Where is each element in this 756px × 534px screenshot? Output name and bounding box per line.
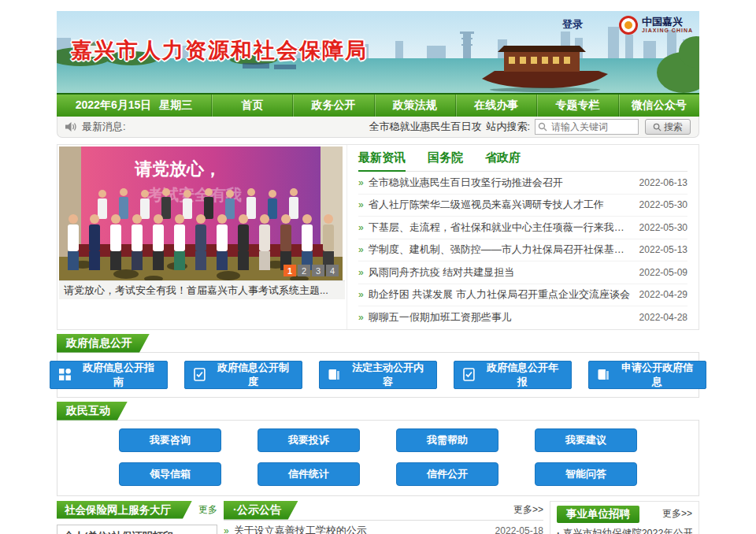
carousel-caption[interactable]: 请党放心，考试安全有我！首届嘉兴市人事考试系统主题...	[59, 280, 345, 299]
nav-item-wechat[interactable]: 微信公众号	[618, 95, 699, 117]
main-nav: 2022年6月15日星期三 首页 政务公开 政策法规 在线办事 专题专栏 微信公…	[57, 93, 699, 117]
news-link[interactable]: 聊聊五一假期加班工资那些事儿	[369, 310, 512, 324]
carousel-pager: 1 2 3 4	[284, 265, 339, 276]
ticker-label: 最新消息:	[82, 120, 126, 134]
site-banner: 嘉兴市人力资源和社会保障局 登录 中国嘉兴 JIAXING CHINA	[57, 11, 699, 93]
logo-text-cn: 中国嘉兴	[642, 17, 693, 28]
carousel-page-4[interactable]: 4	[326, 265, 339, 276]
announcements-more-link[interactable]: 更多>>	[513, 503, 543, 517]
gov-info-section-title: 政府信息公开	[57, 334, 150, 353]
double-arrow-icon: »	[358, 177, 364, 188]
search-button[interactable]: 搜索	[645, 119, 691, 135]
complaint-button[interactable]: 我要投诉	[258, 428, 360, 452]
site-title: 嘉兴市人力资源和社会保障局	[71, 36, 368, 65]
nav-item-online-services[interactable]: 在线办事	[455, 95, 536, 117]
news-date: 2022-05-09	[633, 267, 687, 278]
news-date: 2022-04-29	[633, 289, 687, 300]
suggestion-button[interactable]: 我要建议	[535, 428, 637, 452]
request-disclosure-button[interactable]: 申请公开政府信息	[588, 361, 706, 389]
nav-item-special-topics[interactable]: 专题专栏	[536, 95, 617, 117]
news-row: » 下基层、走流程，省社保和就业中心主任项薇一行来我市调研“国统”上线情况 20…	[358, 217, 687, 239]
group-photo-image: 请党放心， 考试安全有我	[59, 146, 343, 280]
news-link[interactable]: 助企纾困 共谋发展 市人力社保局召开重点企业交流座谈会	[369, 287, 630, 302]
double-arrow-icon: »	[358, 244, 364, 255]
news-row: » 助企纾困 共谋发展 市人力社保局召开重点企业交流座谈会 2022-04-29	[358, 284, 687, 307]
gov-info-system-button[interactable]: 政府信息公开制度	[184, 361, 302, 389]
news-link[interactable]: 风雨同舟齐抗疫 结对共建显担当	[369, 265, 515, 280]
gov-info-guide-button[interactable]: 政府信息公开指南	[50, 361, 168, 389]
news-link[interactable]: 省人社厅陈荣华二级巡视员来嘉兴调研专技人才工作	[369, 198, 604, 212]
speaker-icon	[65, 121, 77, 132]
news-date: 2022-04-28	[633, 312, 687, 323]
news-tabs: 最新资讯 国务院 省政府	[358, 150, 687, 172]
interaction-section-title: 政民互动	[57, 402, 128, 421]
news-row: » 全市稳就业惠民生百日攻坚行动推进会召开 2022-06-13	[358, 172, 687, 195]
main-content-row: 请党放心， 考试安全有我	[57, 144, 699, 330]
recruitment-more-link[interactable]: 更多>>	[662, 507, 692, 521]
double-arrow-icon: »	[224, 525, 229, 534]
news-link[interactable]: 学制度、建机制、强防控——市人力社保局召开社保基金要情专题学习会	[369, 243, 633, 257]
recruitment-item[interactable]: 嘉兴市妇幼保健院2022年公开...	[557, 523, 692, 534]
tab-latest-news[interactable]: 最新资讯	[358, 150, 406, 172]
news-date: 2022-06-13	[633, 177, 687, 188]
social-insurance-panel: 社会保险网上服务大厅 更多 个人(单位)社保证明打印 办事指南	[57, 501, 217, 534]
news-row: » 聊聊五一假期加班工资那些事儿 2022-04-28	[358, 306, 687, 329]
nav-item-home[interactable]: 首页	[211, 95, 292, 117]
double-arrow-icon: »	[358, 289, 364, 300]
social-insurance-panel-title: 社会保险网上服务大厅	[57, 501, 192, 519]
news-date: 2022-05-13	[633, 244, 687, 255]
tab-state-council[interactable]: 国务院	[428, 150, 463, 171]
news-link[interactable]: 下基层、走流程，省社保和就业中心主任项薇一行来我市调研“国统”上线情况	[369, 221, 633, 235]
book-icon	[597, 368, 610, 381]
grid-icon	[58, 368, 72, 381]
consult-button[interactable]: 我要咨询	[119, 428, 221, 452]
interaction-section: 政民互动 我要咨询 我要投诉 我需帮助 我要建议 领导信箱 信件统计 信件公开 …	[57, 402, 699, 496]
announcements-title: ·公示公告	[224, 501, 298, 520]
search-icon	[538, 122, 547, 132]
gov-info-section: 政府信息公开 政府信息公开指南 政府信息公开制度	[57, 334, 699, 398]
carousel-page-1[interactable]: 1	[284, 265, 296, 276]
login-link[interactable]: 登录	[562, 17, 583, 32]
recruitment-title: 事业单位招聘	[557, 506, 639, 523]
need-help-button[interactable]: 我需帮助	[396, 428, 498, 452]
double-arrow-icon: »	[358, 199, 364, 210]
recruitment-panel: 事业单位招聘 更多>> 嘉兴市妇幼保健院2022年公开... 2022年嘉兴市属…	[550, 501, 699, 534]
leader-mailbox-button[interactable]: 领导信箱	[119, 462, 221, 486]
news-row: » 风雨同舟齐抗疫 结对共建显担当 2022-05-09	[358, 261, 687, 284]
announcements-panel: ·公示公告 更多>> » 关于设立嘉善技工学校的公示 2022-05-18 » …	[224, 501, 543, 534]
doc-check-icon	[462, 368, 476, 381]
search-input[interactable]	[535, 119, 639, 135]
news-date: 2022-05-30	[633, 199, 687, 210]
logo-text-en: JIAXING CHINA	[642, 28, 693, 34]
carousel-photo[interactable]: 请党放心， 考试安全有我	[59, 146, 343, 280]
nav-item-gov-affairs[interactable]: 政务公开	[292, 95, 373, 117]
announcement-row: » 关于设立嘉善技工学校的公示 2022-05-18	[224, 521, 543, 534]
news-link[interactable]: 全市稳就业惠民生百日攻坚行动推进会召开	[369, 176, 563, 190]
ticker-news-text[interactable]: 全市稳就业惠民生百日攻	[369, 120, 481, 134]
gov-info-annual-report-button[interactable]: 政府信息公开年报	[454, 361, 572, 389]
news-row: » 学制度、建机制、强防控——市人力社保局召开社保基金要情专题学习会 2022-…	[358, 239, 687, 262]
doc-check-icon	[193, 368, 206, 381]
tab-provincial-gov[interactable]: 省政府	[485, 150, 521, 171]
double-arrow-icon: »	[358, 312, 364, 323]
social-insurance-more-link[interactable]: 更多	[198, 503, 217, 517]
carousel-page-3[interactable]: 3	[312, 265, 324, 276]
news-date: 2022-05-30	[633, 222, 687, 233]
page-wrapper: 嘉兴市人力资源和社会保障局 登录 中国嘉兴 JIAXING CHINA 2022…	[57, 0, 699, 534]
mail-disclosure-button[interactable]: 信件公开	[396, 462, 498, 486]
photo-carousel: 请党放心， 考试安全有我	[57, 145, 347, 329]
book-icon	[328, 368, 341, 381]
legal-disclosure-button[interactable]: 法定主动公开内容	[319, 361, 437, 389]
mail-statistics-button[interactable]: 信件统计	[258, 462, 360, 486]
carousel-page-2[interactable]: 2	[298, 265, 310, 276]
jiaxing-logo[interactable]: 中国嘉兴 JIAXING CHINA	[619, 16, 693, 35]
news-ticker-bar: 最新消息: 全市稳就业惠民生百日攻 站内搜索: 搜索	[57, 117, 699, 138]
svg-text:请党放心，: 请党放心，	[134, 159, 221, 179]
announcement-link[interactable]: 关于设立嘉善技工学校的公示	[234, 524, 367, 534]
smart-qa-button[interactable]: 智能问答	[535, 462, 637, 486]
nav-item-policies[interactable]: 政策法规	[374, 95, 455, 117]
double-arrow-icon: »	[358, 267, 364, 278]
jiaxing-logo-icon	[619, 16, 638, 35]
nav-date: 2022年6月15日星期三	[57, 95, 211, 117]
social-proof-print-item[interactable]: 个人(单位)社保证明打印	[57, 525, 217, 534]
